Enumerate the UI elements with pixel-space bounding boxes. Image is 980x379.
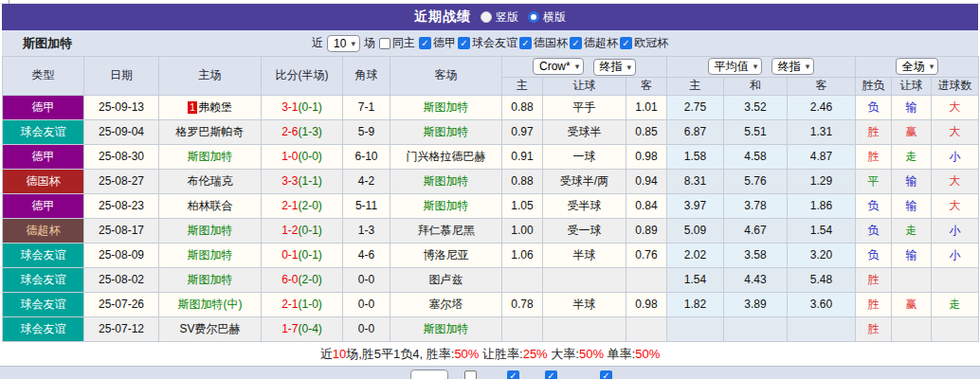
avg-home-cell: 3.97: [667, 193, 724, 218]
result-goals-cell: 走: [932, 292, 979, 316]
dropdown-arrow-icon: ▾: [806, 62, 810, 71]
layout-horizontal-radio[interactable]: 横版: [528, 9, 566, 26]
result-goals-cell: 大: [932, 193, 979, 218]
league-type-cell: 德甲: [3, 95, 84, 119]
result-goals-cell: 小: [932, 218, 979, 243]
checkbox-checked-icon: ✓: [519, 37, 532, 49]
home-team-name: 斯图加特: [188, 273, 233, 286]
result-wdl-cell: 负: [856, 95, 892, 119]
away-team-cell: 塞尔塔: [390, 292, 502, 316]
radio-vertical-label: 竖版: [496, 9, 518, 26]
avg-home-cell: 1.58: [667, 144, 724, 169]
league-type-cell: 球会友谊: [3, 119, 84, 144]
avg-type-select[interactable]: 平均值 ▾: [708, 58, 763, 75]
match-row: 德甲25-08-30斯图加特1-0(0-0)6-10门兴格拉德巴赫0.91一球0…: [3, 144, 979, 169]
avg-time-select[interactable]: 终指 ▾: [771, 58, 815, 75]
odds-handicap-cell: [543, 316, 626, 341]
halftime-score: (0-1): [299, 100, 322, 114]
matches-label: 场: [364, 35, 375, 51]
bottom-checkbox-unchecked[interactable]: [464, 370, 477, 379]
result-handicap-cell: 输: [892, 169, 932, 193]
same-home-filter[interactable]: 同主: [379, 35, 415, 51]
summary-segment: 单率:: [604, 347, 635, 361]
filter-controls: 近 10 ▾ 场 同主 ✓德甲✓球会友谊✓德国杯✓德超杯✓欧冠杯: [312, 35, 668, 52]
league-filter-item[interactable]: ✓球会友谊: [458, 35, 517, 51]
summary-segment: 50%: [579, 347, 604, 361]
result-goals-cell: 大: [932, 119, 979, 144]
away-team-cell: 斯图加特: [390, 95, 502, 119]
result-scope-select[interactable]: 全场 ▾: [896, 58, 939, 75]
avg-away-cell: 3.20: [788, 243, 856, 267]
subcol-odds-handicap: 让球: [543, 77, 626, 95]
odds-company-value: Crow*: [539, 60, 571, 73]
odds-handicap-cell: 平手: [543, 95, 626, 119]
bottom-checkbox-checked[interactable]: ✓: [545, 370, 557, 379]
avg-draw-cell: 3.52: [724, 95, 788, 119]
odds-home-cell: [502, 267, 543, 292]
match-row: 德甲25-08-23柏林联合2-1(2-0)5-11斯图加特1.05受半球0.8…: [3, 193, 979, 218]
radio-horizontal-label: 横版: [543, 9, 566, 26]
odds-company-select[interactable]: Crow* ▾: [533, 58, 584, 75]
summary-footer: 近10场,胜5平1负4, 胜率:50% 让胜率:25% 大率:50% 单率:50…: [0, 342, 980, 366]
avg-draw-cell: 5.51: [724, 119, 788, 144]
avg-draw-cell: 5.76: [724, 169, 788, 193]
halftime-score: (0-1): [299, 248, 322, 262]
corner-cell: 7-1: [343, 95, 390, 119]
same-home-label: 同主: [392, 35, 415, 51]
result-goals-cell: 大: [932, 95, 979, 119]
result-wdl-cell: 胜: [856, 267, 892, 292]
result-goals-cell: [932, 267, 979, 292]
odds-handicap-cell: 半球: [543, 292, 626, 316]
home-team-cell: 布伦瑞克: [159, 169, 262, 193]
avg-time-value: 终指: [778, 59, 801, 75]
score-cell: 2-6(1-3): [262, 119, 343, 144]
odds-away-cell: 0.94: [626, 169, 667, 193]
filter-bar: 斯图加特 近 10 ▾ 场 同主 ✓德甲✓球会友谊✓德国杯✓德超杯✓欧冠杯: [2, 30, 978, 56]
odds-time-select[interactable]: 终指 ▾: [593, 59, 637, 76]
date-cell: 25-08-27: [84, 169, 159, 193]
odds-away-cell: 0.98: [626, 144, 667, 169]
col-header-home: 主场: [159, 57, 262, 96]
league-filter-item[interactable]: ✓德国杯: [519, 35, 568, 51]
date-cell: 25-08-02: [84, 267, 159, 292]
result-wdl-cell: 负: [856, 193, 892, 218]
league-filter-item[interactable]: ✓德甲: [419, 35, 456, 51]
away-team-cell: 斯图加特: [390, 316, 502, 341]
league-filter-item[interactable]: ✓德超杯: [570, 35, 618, 51]
home-team-cell: 斯图加特: [159, 144, 262, 169]
league-filter-item[interactable]: ✓欧冠杯: [620, 35, 668, 51]
bottom-checkbox-checked[interactable]: ✓: [507, 370, 519, 379]
avg-away-cell: 5.48: [788, 267, 856, 292]
checkbox-unchecked-icon: [379, 38, 390, 49]
odds-home-cell: 0.78: [502, 292, 543, 316]
odds-home-cell: 0.88: [502, 95, 543, 119]
home-team-name: 布伦瑞克: [188, 174, 233, 188]
col-header-type: 类型: [3, 57, 84, 96]
checkbox-checked-icon: ✓: [419, 37, 431, 49]
layout-vertical-radio[interactable]: 竖版: [481, 9, 518, 26]
result-wdl-cell: 胜: [856, 292, 892, 316]
result-handicap-cell: 输: [892, 243, 932, 267]
avg-group-header: 平均值 ▾ 终指 ▾: [667, 57, 856, 78]
away-team-name: 斯图加特: [424, 174, 469, 188]
recent-count-select[interactable]: 10 ▾: [327, 35, 360, 52]
halftime-score: (2-0): [299, 199, 322, 212]
league-filter-label: 德超杯: [584, 35, 618, 51]
odds-home-cell: 0.91: [502, 144, 543, 169]
home-team-cell: 柏林联合: [159, 193, 262, 218]
match-row: 球会友谊25-07-26斯图加特(中)2-1(1-0)0-0塞尔塔0.78半球0…: [3, 292, 979, 316]
corner-cell: 0-0: [343, 292, 390, 316]
date-cell: 25-09-04: [84, 119, 159, 144]
avg-away-cell: 2.46: [788, 95, 856, 119]
bottom-checkbox-checked[interactable]: ✓: [600, 370, 612, 379]
summary-segment: 让胜率:: [479, 347, 522, 361]
dropdown-arrow-icon: ▾: [753, 62, 758, 71]
league-filter-label: 欧冠杯: [634, 35, 668, 51]
halftime-score: (1-0): [299, 298, 322, 311]
dropdown-arrow-icon: ▾: [575, 62, 580, 71]
result-handicap-cell: [892, 267, 932, 292]
avg-home-cell: 8.31: [667, 169, 724, 193]
bottom-select[interactable]: [410, 370, 448, 379]
home-team-cell: SV费尔巴赫: [159, 316, 262, 341]
score-cell: 1-2(0-1): [262, 218, 343, 243]
